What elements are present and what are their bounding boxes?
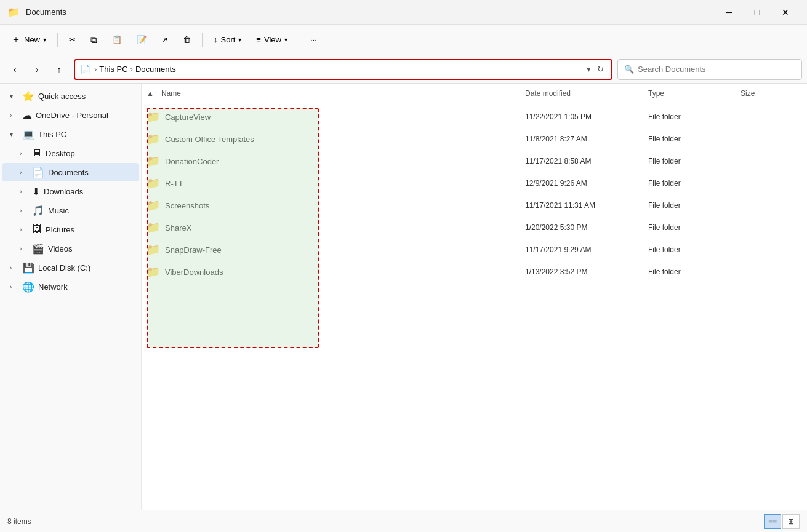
file-date: 1/13/2022 3:52 PM bbox=[525, 268, 648, 276]
toolbar-separator-3 bbox=[299, 33, 299, 47]
table-row[interactable]: 📁 R-TT 12/9/2021 9:26 AM File folder bbox=[142, 172, 807, 194]
status-bar: 8 items ≡≡ ⊞ bbox=[0, 510, 807, 532]
folder-icon: 📁 bbox=[147, 221, 160, 234]
file-date: 11/17/2021 11:31 AM bbox=[525, 201, 648, 210]
column-up-button[interactable]: ▲ bbox=[147, 89, 154, 98]
column-name-header[interactable]: Name bbox=[159, 89, 525, 98]
folder-icon: 📁 bbox=[147, 110, 160, 124]
sidebar-label-local-disk: Local Disk (C:) bbox=[38, 263, 90, 272]
column-size-header[interactable]: Size bbox=[741, 89, 802, 98]
sidebar-item-downloads[interactable]: › ⬇ Downloads bbox=[2, 182, 139, 200]
forward-button[interactable]: › bbox=[27, 60, 47, 79]
file-type: File folder bbox=[648, 201, 741, 210]
new-chevron-icon: ▾ bbox=[43, 36, 46, 43]
videos-icon: 🎬 bbox=[32, 243, 44, 255]
table-row[interactable]: 📁 CaptureView 11/22/2021 1:05 PM File fo… bbox=[142, 106, 807, 128]
documents-icon: 📄 bbox=[32, 167, 44, 178]
table-row[interactable]: 📁 ViberDownloads 1/13/2022 3:52 PM File … bbox=[142, 261, 807, 283]
more-icon: ··· bbox=[310, 35, 317, 44]
chevron-right-icon-documents: › bbox=[20, 169, 28, 176]
new-label: New bbox=[24, 35, 40, 44]
file-name: Custom Office Templates bbox=[165, 135, 525, 144]
address-refresh-button[interactable]: ↻ bbox=[595, 63, 606, 75]
chevron-right-icon-downloads: › bbox=[20, 188, 28, 195]
address-part-documents[interactable]: Documents bbox=[135, 65, 176, 74]
share-icon: ↗ bbox=[161, 35, 168, 44]
folder-icon: 📁 bbox=[147, 265, 160, 279]
copy-button[interactable]: ⧉ bbox=[84, 29, 103, 51]
toolbar: ＋ New ▾ ✂ ⧉ 📋 📝 ↗ 🗑 ↕ Sort ▾ ≡ View ▾ ··… bbox=[0, 25, 807, 55]
paste-button[interactable]: 📋 bbox=[106, 29, 128, 51]
address-dropdown-button[interactable]: ▾ bbox=[584, 63, 593, 75]
sort-button[interactable]: ↕ Sort ▾ bbox=[207, 29, 247, 51]
sidebar-item-quick-access[interactable]: ▾ ⭐ Quick access bbox=[2, 87, 139, 105]
sidebar-label-documents: Documents bbox=[48, 168, 89, 177]
file-type: File folder bbox=[648, 135, 741, 143]
file-date: 11/17/2021 8:58 AM bbox=[525, 157, 648, 165]
file-name: SnapDraw-Free bbox=[165, 245, 525, 255]
address-bar[interactable]: 📄 › This PC › Documents ▾ ↻ bbox=[74, 59, 612, 80]
sidebar-item-videos[interactable]: › 🎬 Videos bbox=[2, 239, 139, 258]
thispc-icon: 💻 bbox=[22, 129, 34, 140]
file-date: 1/20/2022 5:30 PM bbox=[525, 223, 648, 232]
delete-button[interactable]: 🗑 bbox=[177, 29, 197, 51]
sidebar-label-music: Music bbox=[48, 206, 69, 215]
table-row[interactable]: 📁 DonationCoder 11/17/2021 8:58 AM File … bbox=[142, 150, 807, 172]
table-row[interactable]: 📁 ShareX 1/20/2022 5:30 PM File folder bbox=[142, 216, 807, 239]
file-name: CaptureView bbox=[165, 113, 525, 122]
chevron-right-icon-desktop: › bbox=[20, 150, 28, 157]
table-row[interactable]: 📁 SnapDraw-Free 11/17/2021 9:29 AM File … bbox=[142, 239, 807, 261]
sidebar-label-videos: Videos bbox=[48, 244, 73, 253]
sidebar-item-onedrive[interactable]: › ☁ OneDrive - Personal bbox=[2, 106, 139, 124]
search-input[interactable] bbox=[638, 65, 795, 74]
cut-icon: ✂ bbox=[69, 35, 76, 44]
sidebar-item-pictures[interactable]: › 🖼 Pictures bbox=[2, 220, 139, 239]
table-row[interactable]: 📁 Screenshots 11/17/2021 11:31 AM File f… bbox=[142, 194, 807, 216]
table-row[interactable]: 📁 Custom Office Templates 11/8/2021 8:27… bbox=[142, 128, 807, 150]
sort-icon: ↕ bbox=[214, 35, 218, 44]
file-type: File folder bbox=[648, 223, 741, 232]
delete-icon: 🗑 bbox=[183, 35, 191, 44]
cut-button[interactable]: ✂ bbox=[63, 29, 82, 51]
more-button[interactable]: ··· bbox=[304, 29, 323, 51]
sidebar-item-local-disk[interactable]: › 💾 Local Disk (C:) bbox=[2, 258, 139, 277]
sidebar-item-network[interactable]: › 🌐 Network bbox=[2, 277, 139, 296]
file-name: R-TT bbox=[165, 179, 525, 188]
column-headers: ▲ Name Date modified Type Size bbox=[142, 84, 807, 103]
file-type: File folder bbox=[648, 157, 741, 165]
view-label: View bbox=[264, 35, 281, 44]
sidebar-item-documents[interactable]: › 📄 Documents bbox=[2, 163, 139, 181]
back-button[interactable]: ‹ bbox=[5, 60, 25, 79]
close-button[interactable]: ✕ bbox=[771, 2, 800, 22]
search-bar[interactable]: 🔍 bbox=[617, 59, 802, 80]
new-button[interactable]: ＋ New ▾ bbox=[5, 29, 52, 51]
column-date-header[interactable]: Date modified bbox=[525, 89, 648, 98]
nav-bar: ‹ › ↑ 📄 › This PC › Documents ▾ ↻ 🔍 bbox=[0, 55, 807, 84]
address-part-thispc[interactable]: This PC bbox=[99, 65, 127, 74]
share-button[interactable]: ↗ bbox=[155, 29, 174, 51]
copy-icon: ⧉ bbox=[90, 34, 97, 46]
chevron-right-icon-network: › bbox=[10, 284, 18, 290]
toolbar-separator-2 bbox=[202, 33, 203, 47]
maximize-button[interactable]: □ bbox=[743, 2, 771, 22]
up-button[interactable]: ↑ bbox=[49, 60, 69, 79]
view-large-icons-button[interactable]: ⊞ bbox=[782, 514, 800, 529]
file-type: File folder bbox=[648, 113, 741, 121]
sidebar-label-network: Network bbox=[38, 282, 68, 292]
item-count: 8 items bbox=[7, 517, 31, 526]
view-details-button[interactable]: ≡≡ bbox=[764, 514, 781, 529]
file-type: File folder bbox=[648, 179, 741, 188]
file-date: 11/17/2021 9:29 AM bbox=[525, 245, 648, 254]
column-type-header[interactable]: Type bbox=[648, 89, 741, 98]
view-button[interactable]: ≡ View ▾ bbox=[250, 29, 294, 51]
chevron-right-icon-localdisk: › bbox=[10, 264, 18, 271]
sidebar-item-this-pc[interactable]: ▾ 💻 This PC bbox=[2, 125, 139, 143]
folder-icon: 📁 bbox=[147, 132, 160, 146]
chevron-right-icon-music: › bbox=[20, 207, 28, 214]
toolbar-separator-1 bbox=[57, 33, 58, 47]
sidebar-item-music[interactable]: › 🎵 Music bbox=[2, 201, 139, 220]
sidebar-item-desktop[interactable]: › 🖥 Desktop bbox=[2, 144, 139, 162]
rename-button[interactable]: 📝 bbox=[130, 29, 153, 51]
minimize-button[interactable]: ─ bbox=[715, 2, 743, 22]
file-name: ViberDownloads bbox=[165, 268, 525, 277]
